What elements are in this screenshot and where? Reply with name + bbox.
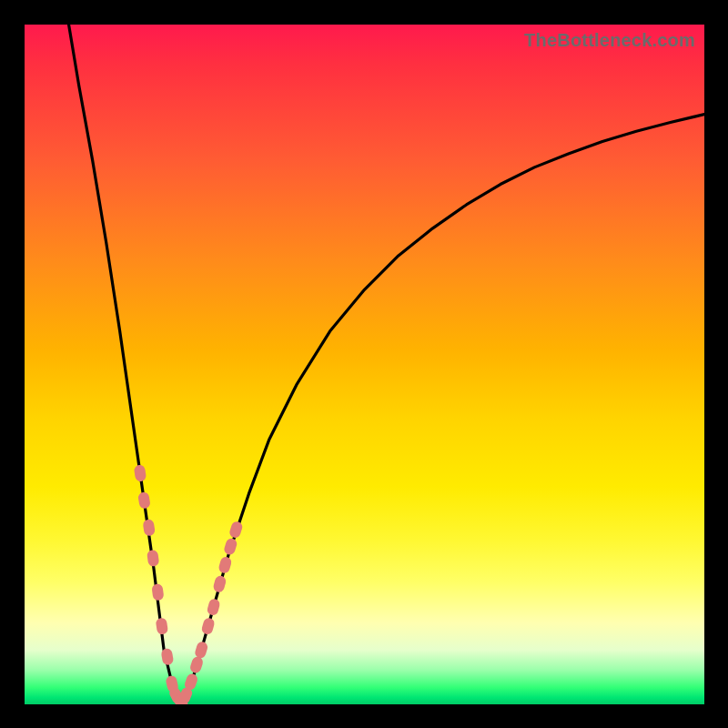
- chart-frame: TheBottleneck.com: [0, 0, 728, 728]
- right-branch-curve: [181, 115, 704, 703]
- data-marker: [142, 519, 156, 537]
- marker-layer: [134, 464, 244, 704]
- data-marker: [137, 491, 151, 510]
- data-marker: [156, 617, 169, 635]
- plot-area: TheBottleneck.com: [25, 25, 704, 704]
- data-marker: [207, 598, 221, 617]
- data-marker: [134, 464, 147, 482]
- data-marker: [200, 617, 215, 636]
- data-marker: [217, 556, 233, 575]
- watermark-text: TheBottleneck.com: [524, 30, 695, 51]
- data-marker: [228, 521, 244, 540]
- data-marker: [223, 537, 238, 556]
- left-branch-curve: [69, 25, 181, 703]
- data-marker: [151, 583, 164, 601]
- curve-layer: [69, 25, 704, 703]
- data-marker: [147, 550, 159, 567]
- data-marker: [194, 641, 209, 660]
- chart-svg: [25, 25, 704, 704]
- data-marker: [212, 575, 227, 594]
- data-marker: [189, 655, 205, 674]
